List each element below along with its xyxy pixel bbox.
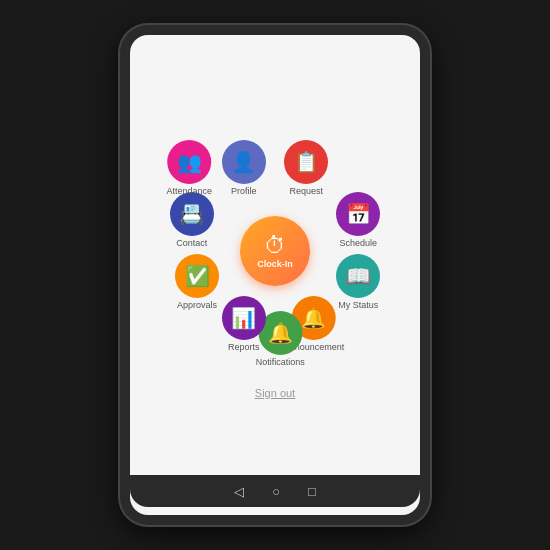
my-status-icon: 📖 [336,254,380,298]
request-icon: 📋 [284,140,328,184]
clock-in-icon: ⏱ [264,233,286,259]
schedule-label: Schedule [339,238,377,248]
approvals-icon: ✅ [175,254,219,298]
clock-in-label: Clock-In [257,259,293,269]
screen-content: ⏱ Clock-In 👤Profile📋Request📅Schedule📖My … [130,35,420,475]
tablet-frame: ⏱ Clock-In 👤Profile📋Request📅Schedule📖My … [120,25,430,525]
circle-menu: ⏱ Clock-In 👤Profile📋Request📅Schedule📖My … [145,121,405,381]
clock-in-button[interactable]: ⏱ Clock-In [240,216,310,286]
menu-item-request[interactable]: 📋Request [284,140,328,196]
menu-item-schedule[interactable]: 📅Schedule [336,192,380,248]
sign-out-link[interactable]: Sign out [255,387,295,399]
schedule-icon: 📅 [336,192,380,236]
home-nav-icon[interactable]: ○ [272,484,280,499]
menu-item-attendance[interactable]: 👥Attendance [166,140,212,196]
recent-nav-icon[interactable]: □ [308,484,316,499]
menu-item-profile[interactable]: 👤Profile [222,140,266,196]
reports-label: Reports [228,342,260,352]
attendance-label: Attendance [166,186,212,196]
menu-item-approvals[interactable]: ✅Approvals [175,254,219,310]
back-nav-icon[interactable]: ◁ [234,484,244,499]
profile-icon: 👤 [222,140,266,184]
reports-icon: 📊 [222,296,266,340]
approvals-label: Approvals [177,300,217,310]
contact-label: Contact [176,238,207,248]
profile-label: Profile [231,186,257,196]
menu-item-reports[interactable]: 📊Reports [222,296,266,352]
notifications-label: Notifications [256,357,305,367]
menu-item-contact[interactable]: 📇Contact [170,192,214,248]
tablet-screen: ⏱ Clock-In 👤Profile📋Request📅Schedule📖My … [130,35,420,515]
contact-icon: 📇 [170,192,214,236]
attendance-icon: 👥 [167,140,211,184]
nav-bar: ◁ ○ □ [130,475,420,507]
request-label: Request [289,186,323,196]
